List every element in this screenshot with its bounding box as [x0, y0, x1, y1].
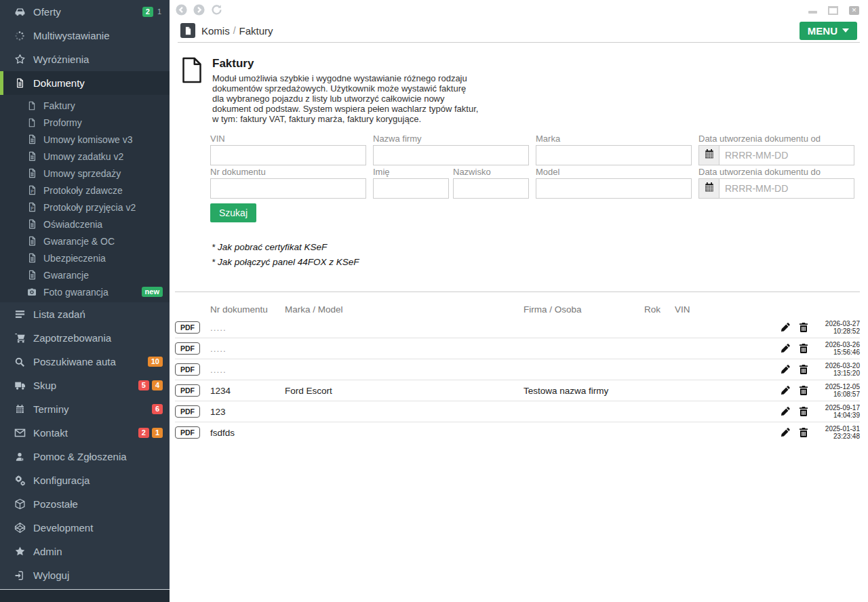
calendar-addon-icon — [704, 148, 715, 162]
invoices-table: Nr dokumentuMarka / ModelFirma / OsobaRo… — [175, 301, 860, 443]
nazwa_firmy-input[interactable] — [373, 145, 529, 165]
submenu-item-label: Umowy zadatku v2 — [43, 151, 123, 162]
pdf-button[interactable]: PDF — [175, 384, 200, 397]
delete-icon[interactable] — [798, 343, 809, 354]
minimize-icon[interactable] — [808, 11, 817, 14]
count-badge: 2 — [138, 428, 149, 438]
sidebar-item-oferty[interactable]: Oferty21 — [0, 0, 170, 24]
delete-icon[interactable] — [798, 364, 809, 375]
field-label-vin: VIN — [210, 134, 366, 144]
sidebar-item-admin[interactable]: Admin — [0, 540, 170, 563]
close-icon[interactable]: ✕ — [849, 6, 859, 15]
pdf-button[interactable]: PDF — [175, 426, 200, 439]
file-text-icon — [26, 253, 38, 263]
edit-icon[interactable] — [780, 364, 791, 375]
menu-button[interactable]: MENU — [800, 22, 857, 40]
calendar-button[interactable] — [698, 145, 719, 165]
pdf-button[interactable]: PDF — [175, 405, 200, 418]
data_do-input[interactable] — [719, 178, 854, 199]
submenu-item-label: Faktury — [43, 100, 75, 111]
submenu-item-label: Umowy sprzedaży — [43, 168, 121, 179]
submenu-item-protoko-y-zdawcze[interactable]: PProtokoły zdawcze — [0, 182, 170, 199]
model-input[interactable] — [536, 178, 692, 199]
calendar-button[interactable] — [698, 178, 719, 199]
breadcrumb: Komis / Faktury MENU — [180, 22, 857, 39]
pdf-button[interactable]: PDF — [175, 321, 200, 334]
edit-icon[interactable] — [780, 427, 791, 438]
support-icon — [12, 452, 28, 462]
submenu-item-gwarancje-oc[interactable]: Gwarancje & OC — [0, 233, 170, 249]
edit-icon[interactable] — [780, 343, 791, 354]
created-timestamp: 2025-09-1714:04:39 — [816, 404, 860, 419]
refresh-icon[interactable] — [211, 4, 222, 16]
sidebar-item-wyloguj[interactable]: Wyloguj — [0, 563, 170, 587]
calendar-icon — [12, 404, 28, 414]
sidebar-item-terminy[interactable]: Terminy6 — [0, 397, 170, 421]
date-group — [698, 145, 854, 165]
submenu-item-label: Gwarancje — [43, 270, 89, 281]
submenu-item-protoko-y-przyj-cia-v2[interactable]: PProtokoły przyjęcia v2 — [0, 199, 170, 216]
row-actions: 2025-12-0516:08:57 — [770, 383, 860, 398]
created-timestamp: 2025-01-3123:23:48 — [816, 425, 860, 440]
sidebar-item-zapotrzebowania[interactable]: Zapotrzebowania — [0, 326, 170, 350]
app-window: Oferty21MultiwystawianieWyróżnieniaDokum… — [0, 0, 868, 602]
module-description: Moduł umożliwia szybkie i wygodne wystaw… — [212, 73, 479, 124]
edit-icon[interactable] — [780, 406, 791, 417]
delete-icon[interactable] — [798, 322, 809, 333]
cube-icon — [12, 498, 28, 510]
submenu-item-proformy[interactable]: Proformy — [0, 114, 170, 131]
caret-down-icon — [842, 28, 849, 33]
window-controls: ✕ — [808, 6, 859, 15]
submenu-item-faktury[interactable]: Faktury — [0, 97, 170, 114]
submenu-item-foto-gwarancja[interactable]: Foto gwarancjanew — [0, 283, 170, 300]
sidebar-item-wyr-nienia[interactable]: Wyróżnienia — [0, 47, 170, 71]
sidebar-item-label: Poszukiwane auta — [33, 356, 116, 367]
pdf-button[interactable]: PDF — [175, 363, 200, 376]
sidebar-item-dokumenty[interactable]: Dokumenty — [0, 71, 170, 95]
forward-icon[interactable] — [193, 4, 205, 16]
data_od-input[interactable] — [719, 145, 854, 165]
table-header-row: Nr dokumentuMarka / ModelFirma / OsobaRo… — [175, 301, 860, 317]
field-label-nr_dokumentu: Nr dokumentu — [210, 167, 366, 177]
badges: 10 — [148, 357, 163, 367]
submenu-item-umowy-sprzeda-y[interactable]: Umowy sprzedaży — [0, 165, 170, 182]
submenu-item-umowy-zadatku-v2[interactable]: Umowy zadatku v2 — [0, 148, 170, 165]
marka-input[interactable] — [536, 145, 692, 165]
edit-icon[interactable] — [780, 322, 791, 333]
calendar-addon-icon — [704, 182, 715, 195]
sidebar-item-skup[interactable]: Skup54 — [0, 374, 170, 397]
ksef-certificate-link[interactable]: * Jak pobrać certyfikat KSeF — [212, 242, 327, 252]
delete-icon[interactable] — [798, 427, 809, 438]
sidebar-item-konfiguracja[interactable]: Konfiguracja — [0, 468, 170, 492]
sidebar-item-lista-zada[interactable]: Lista zadań — [0, 302, 170, 326]
sidebar-item-pozosta-e[interactable]: Pozostałe — [0, 492, 170, 516]
sidebar-item-development[interactable]: Development — [0, 516, 170, 540]
nazwisko-input[interactable] — [453, 178, 529, 199]
field-imie: Imię — [373, 167, 449, 199]
sidebar-item-poszukiwane-auta[interactable]: Poszukiwane auta10 — [0, 350, 170, 374]
back-icon[interactable] — [176, 4, 187, 16]
sidebar-item-pomoc-zg-oszenia[interactable]: Pomoc & Zgłoszenia — [0, 445, 170, 468]
search-button[interactable]: Szukaj — [210, 203, 256, 222]
delete-icon[interactable] — [798, 385, 809, 396]
file-p-icon: P — [26, 202, 38, 212]
submenu-item-gwarancje[interactable]: Gwarancje — [0, 266, 170, 283]
imie-input[interactable] — [373, 178, 449, 199]
nr_dokumentu-input[interactable] — [210, 178, 366, 199]
submenu-item-ubezpieczenia[interactable]: Ubezpieczenia — [0, 249, 170, 266]
submenu-item-o-wiadczenia[interactable]: Oświadczenia — [0, 216, 170, 233]
signout-icon — [12, 570, 28, 581]
delete-icon[interactable] — [798, 406, 809, 417]
sidebar-item-multiwystawianie[interactable]: Multiwystawianie — [0, 24, 170, 47]
sidebar-item-kontakt[interactable]: Kontakt21 — [0, 421, 170, 445]
vin-input[interactable] — [210, 145, 366, 165]
breadcrumb-section[interactable]: Komis — [201, 25, 230, 37]
row-actions: 2025-09-1714:04:39 — [770, 404, 860, 419]
edit-icon[interactable] — [780, 385, 791, 396]
submenu-item-label: Umowy komisowe v3 — [43, 134, 132, 145]
maximize-icon[interactable] — [828, 6, 838, 15]
submenu-item-umowy-komisowe-v3[interactable]: Umowy komisowe v3 — [0, 131, 170, 148]
ksef-connect-link[interactable]: * Jak połączyć panel 44FOX z KSeF — [212, 257, 359, 267]
menu-button-label: MENU — [808, 25, 837, 37]
pdf-button[interactable]: PDF — [175, 342, 200, 355]
